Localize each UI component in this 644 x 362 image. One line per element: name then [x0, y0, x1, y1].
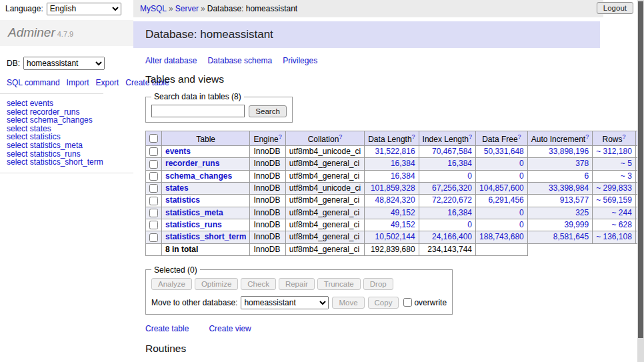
- table-name-link[interactable]: statistics_runs: [165, 220, 222, 229]
- data-length-link[interactable]: 16,384: [391, 159, 415, 168]
- language-select[interactable]: English: [47, 3, 121, 15]
- bulk-action-button[interactable]: Analyze: [151, 278, 192, 290]
- rows-link[interactable]: ~ 628: [612, 220, 632, 229]
- sidebar-table-link[interactable]: select statistics_short_term: [7, 157, 103, 167]
- data-free-link[interactable]: 6,291,456: [488, 195, 523, 205]
- database-action-link[interactable]: Alter database: [145, 56, 197, 65]
- data-length-link[interactable]: 31,522,816: [375, 147, 415, 156]
- row-checkbox[interactable]: [149, 209, 158, 217]
- data-free-link[interactable]: 0: [519, 171, 524, 181]
- move-db-select[interactable]: homeassistant: [241, 296, 329, 309]
- rows-link[interactable]: ~ 299,833: [596, 183, 632, 193]
- table-name-link[interactable]: states: [165, 183, 189, 193]
- data-length-link[interactable]: 16,384: [391, 171, 415, 181]
- index-length-link[interactable]: 70,467,584: [432, 147, 472, 156]
- column-header[interactable]: Rows?: [593, 131, 636, 146]
- logout-button[interactable]: Logout: [597, 2, 633, 14]
- data-length-link[interactable]: 10,502,144: [375, 232, 415, 241]
- index-length-link[interactable]: 16,384: [447, 159, 472, 168]
- rows-link[interactable]: ~ 5: [621, 159, 632, 168]
- create-link[interactable]: Create table: [145, 324, 189, 333]
- column-header[interactable]: Table: [162, 131, 250, 146]
- help-icon[interactable]: ?: [339, 133, 342, 140]
- column-header[interactable]: Collation?: [285, 131, 364, 146]
- bulk-action-button[interactable]: Check: [241, 278, 276, 290]
- create-link[interactable]: Create view: [209, 324, 251, 333]
- sidebar-action-link[interactable]: Import: [67, 78, 89, 87]
- move-button[interactable]: Move: [332, 297, 364, 309]
- data-free-link[interactable]: 0: [519, 208, 524, 217]
- bulk-action-button[interactable]: Optimize: [195, 278, 238, 290]
- row-checkbox[interactable]: [149, 147, 158, 156]
- scrollbar-thumb[interactable]: [638, 1, 643, 338]
- sidebar-action-link[interactable]: SQL command: [7, 78, 60, 87]
- help-icon[interactable]: ?: [412, 133, 415, 140]
- rows-link[interactable]: ~ 136,108: [596, 232, 632, 241]
- column-header[interactable]: Data Length?: [365, 131, 419, 146]
- column-header[interactable]: Index Length?: [419, 131, 475, 146]
- rows-link[interactable]: ~ 569,159: [596, 195, 632, 205]
- table-name-link[interactable]: statistics: [165, 195, 200, 205]
- rows-link[interactable]: ~ 312,180: [596, 147, 632, 156]
- auto-increment-link[interactable]: 8,581,645: [553, 232, 589, 241]
- data-free-link[interactable]: 0: [519, 159, 524, 168]
- help-icon[interactable]: ?: [279, 133, 282, 140]
- row-checkbox[interactable]: [149, 233, 158, 242]
- column-header[interactable]: Auto Increment?: [527, 131, 592, 146]
- table-name-link[interactable]: statistics_meta: [165, 208, 223, 217]
- auto-increment-link[interactable]: 6: [584, 171, 589, 181]
- overwrite-checkbox[interactable]: [403, 298, 412, 307]
- breadcrumb-link-mysql[interactable]: MySQL: [140, 4, 167, 13]
- auto-increment-link[interactable]: 378: [575, 159, 589, 168]
- index-length-link[interactable]: 72,220,672: [432, 195, 472, 205]
- index-length-link[interactable]: 0: [467, 171, 472, 181]
- column-header[interactable]: Data Free?: [476, 131, 528, 146]
- index-length-link[interactable]: 0: [467, 220, 472, 229]
- search-button[interactable]: Search: [249, 105, 286, 117]
- select-all-checkbox[interactable]: [149, 134, 158, 143]
- data-length-link[interactable]: 48,824,320: [375, 195, 415, 205]
- auto-increment-link[interactable]: 39,999: [564, 220, 589, 229]
- bulk-action-button[interactable]: Truncate: [317, 278, 361, 290]
- row-checkbox[interactable]: [149, 184, 158, 193]
- table-name-link[interactable]: events: [165, 147, 191, 156]
- row-checkbox[interactable]: [149, 160, 158, 169]
- data-length-link[interactable]: 49,152: [391, 220, 415, 229]
- column-header[interactable]: Engine?: [250, 131, 285, 146]
- row-checkbox[interactable]: [149, 172, 158, 181]
- help-icon[interactable]: ?: [469, 133, 472, 140]
- data-free-link[interactable]: 104,857,600: [479, 183, 524, 193]
- index-length-link[interactable]: 67,256,320: [432, 183, 472, 193]
- auto-increment-link[interactable]: 33,398,984: [549, 183, 589, 193]
- data-free-link[interactable]: 50,331,648: [484, 147, 524, 156]
- data-length-link[interactable]: 101,859,328: [371, 183, 415, 193]
- auto-increment-link[interactable]: 913,577: [560, 195, 589, 205]
- bulk-action-button[interactable]: Drop: [363, 278, 393, 290]
- data-free-link[interactable]: 188,743,680: [479, 232, 524, 241]
- auto-increment-link[interactable]: 325: [575, 208, 589, 217]
- table-name-link[interactable]: schema_changes: [165, 171, 232, 181]
- breadcrumb-link-server[interactable]: Server: [175, 4, 199, 13]
- db-select[interactable]: homeassistant: [23, 57, 105, 70]
- data-free-link[interactable]: 0: [519, 220, 524, 229]
- help-icon[interactable]: ?: [585, 133, 589, 140]
- table-name-link[interactable]: recorder_runs: [165, 159, 219, 168]
- database-action-link[interactable]: Privileges: [283, 56, 317, 65]
- rows-link[interactable]: ~ 3: [621, 171, 632, 181]
- vertical-scrollbar[interactable]: [637, 0, 644, 362]
- help-icon[interactable]: ?: [623, 133, 626, 140]
- data-length-link[interactable]: 49,152: [391, 208, 415, 217]
- row-checkbox[interactable]: [149, 221, 158, 229]
- row-checkbox[interactable]: [149, 197, 158, 205]
- copy-button[interactable]: Copy: [368, 297, 399, 309]
- bulk-action-button[interactable]: Repair: [279, 278, 315, 290]
- index-length-link[interactable]: 24,166,400: [432, 232, 472, 241]
- rows-link[interactable]: ~ 244: [612, 208, 632, 217]
- sidebar-action-link[interactable]: Export: [96, 78, 119, 87]
- index-length-link[interactable]: 16,384: [447, 208, 472, 217]
- search-input[interactable]: [151, 105, 245, 117]
- auto-increment-link[interactable]: 33,898,196: [549, 147, 589, 156]
- database-action-link[interactable]: Database schema: [207, 56, 272, 65]
- help-icon[interactable]: ?: [518, 133, 521, 140]
- table-name-link[interactable]: statistics_short_term: [165, 232, 246, 241]
